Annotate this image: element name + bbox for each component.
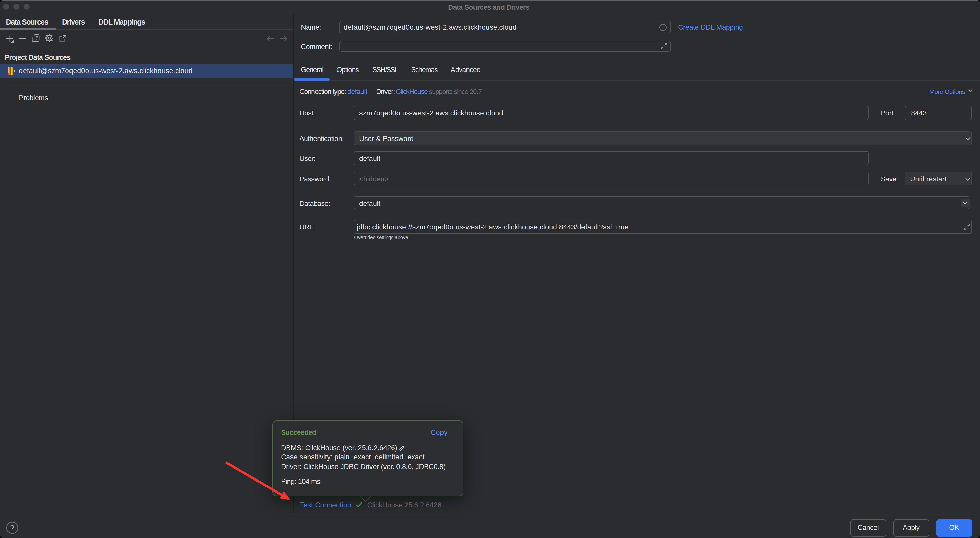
- svg-text:?: ?: [10, 524, 14, 532]
